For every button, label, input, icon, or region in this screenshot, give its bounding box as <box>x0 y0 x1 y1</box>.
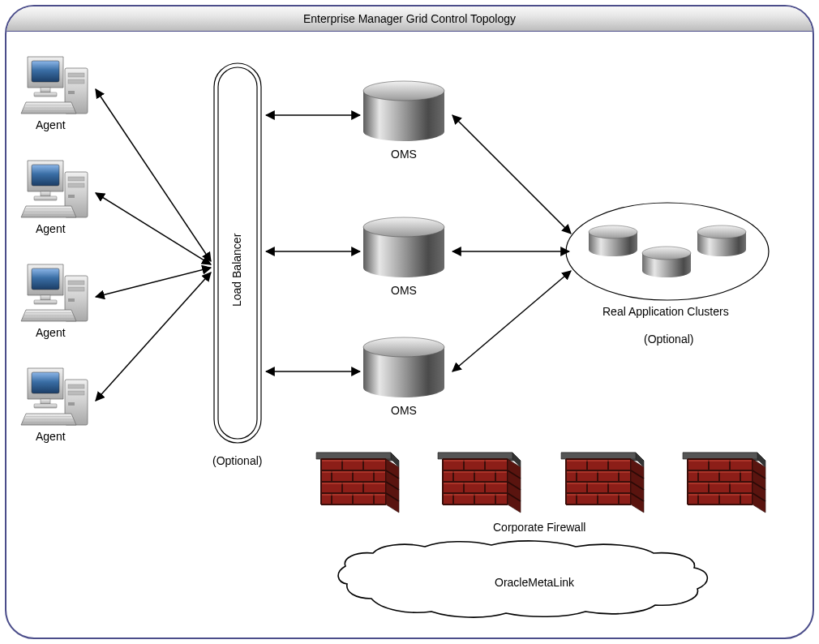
agent-1-label: Agent <box>36 118 66 131</box>
agent-4-label: Agent <box>36 430 66 443</box>
oms-2-icon <box>363 217 444 277</box>
diagram-title: Enterprise Manager Grid Control Topology <box>6 6 813 32</box>
oms-3-icon <box>363 337 444 397</box>
connectors <box>96 89 571 401</box>
firewall-label: Corporate Firewall <box>493 521 585 534</box>
oms-group <box>363 81 444 397</box>
agent-3-icon <box>21 264 88 321</box>
rac-cluster-icon <box>566 203 769 300</box>
oms-1-icon <box>363 81 444 141</box>
arrow-agent2-lb <box>96 193 211 264</box>
load-balancer-note: (Optional) <box>212 454 262 467</box>
load-balancer-label: Load Balancer <box>230 234 243 307</box>
firewall-4-icon <box>683 453 765 513</box>
arrow-oms1-rac <box>452 115 571 234</box>
agent-4-icon <box>21 368 88 425</box>
rac-note: (Optional) <box>644 333 693 346</box>
agent-group <box>21 57 88 425</box>
arrow-agent1-lb <box>96 89 211 261</box>
rac-label: Real Application Clusters <box>602 305 729 318</box>
firewall-1-icon <box>316 453 399 513</box>
arrow-oms3-rac <box>452 271 571 371</box>
cloud-label: OracleMetaLink <box>495 576 574 589</box>
oms-1-label: OMS <box>391 148 417 161</box>
diagram-canvas: Agent Agent Agent Agent Load Balancer (O… <box>6 31 813 638</box>
agent-3-label: Agent <box>36 326 66 339</box>
firewall-2-icon <box>438 453 521 513</box>
arrow-agent4-lb <box>96 273 211 401</box>
oms-3-label: OMS <box>391 404 417 417</box>
topology-frame: Enterprise Manager Grid Control Topology <box>5 5 814 639</box>
oms-2-label: OMS <box>391 284 417 297</box>
agent-1-icon <box>21 57 88 114</box>
firewall-3-icon <box>561 453 644 513</box>
agent-2-icon <box>21 161 88 217</box>
agent-2-label: Agent <box>36 222 66 235</box>
firewall-group <box>316 453 765 513</box>
